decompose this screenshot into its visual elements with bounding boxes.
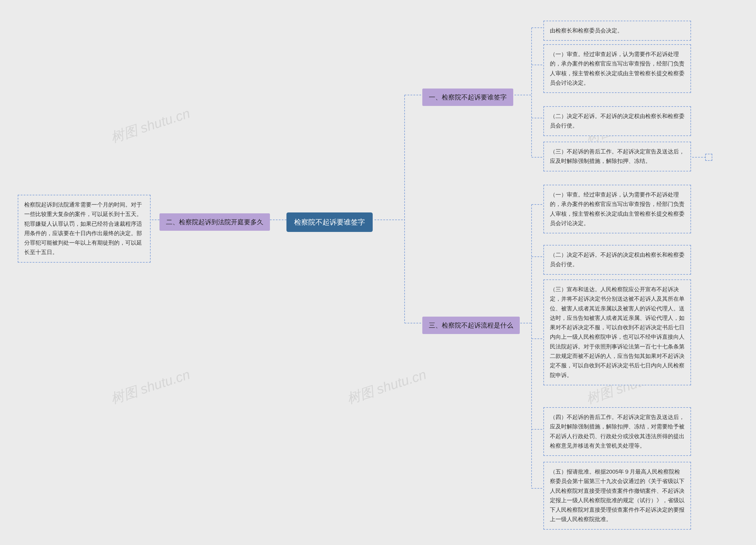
watermark: 树图 shutu.cn (345, 365, 428, 408)
leaf-b3-2[interactable]: （二）决定不起诉。不起诉的决定权由检察长和检察委员会行使。 (543, 245, 691, 275)
leaf-b3-3[interactable]: （三）宣布和送达。人民检察院应公开宣布不起诉决定，并将不起诉决定书分别送达被不起… (543, 279, 691, 385)
leaf-b1-1-text: 由检察长和检察委员会决定。 (550, 27, 623, 34)
branch-1-label: 一、检察院不起诉要谁签字 (429, 94, 507, 101)
branch-1[interactable]: 一、检察院不起诉要谁签字 (422, 89, 513, 106)
leaf-b3-2-text: （二）决定不起诉。不起诉的决定权由检察长和检察委员会行使。 (550, 252, 685, 267)
leaf-b3-4[interactable]: （四）不起诉的善后工作。不起诉决定宣告及送达后，应及时解除强制措施，解除扣押、冻… (543, 407, 691, 456)
stub-node[interactable] (705, 154, 712, 161)
branch-3[interactable]: 三、检察院不起诉流程是什么 (422, 316, 520, 334)
leaf-b3-4-text: （四）不起诉的善后工作。不起诉决定宣告及送达后，应及时解除强制措施，解除扣押、冻… (550, 414, 685, 449)
watermark: 树图 shutu.cn (108, 104, 192, 147)
leaf-b3-3-text: （三）宣布和送达。人民检察院应公开宣布不起诉决定，并将不起诉决定书分别送达被不起… (550, 286, 685, 378)
root-title: 检察院不起诉要谁签字 (294, 218, 365, 226)
leaf-b2-1[interactable]: 检察院起诉到法院通常需要一个月的时间。对于一些比较重大复杂的案件，可以延长到十五… (18, 195, 151, 263)
leaf-b3-1[interactable]: （一）审查。经过审查起诉，认为需要作不起诉处理的，承办案件的检察官应当写出审查报… (543, 185, 691, 234)
leaf-b1-2[interactable]: （一）审查。经过审查起诉，认为需要作不起诉处理的，承办案件的检察官应当写出审查报… (543, 44, 691, 93)
branch-2[interactable]: 二、检察院起诉到法院开庭要多久 (159, 213, 270, 231)
leaf-b1-4-text: （三）不起诉的善后工作。不起诉决定宣告及送达后，应及时解除强制措施，解除扣押、冻… (550, 149, 685, 164)
leaf-b1-1[interactable]: 由检察长和检察委员会决定。 (543, 21, 691, 41)
leaf-b3-5-text: （五）报请批准。根据2005年９月最高人民检察院检察委员会第十届第三十九次会议通… (550, 469, 685, 522)
leaf-b1-2-text: （一）审查。经过审查起诉，认为需要作不起诉处理的，承办案件的检察官应当写出审查报… (550, 51, 685, 86)
watermark: 树图 shutu.cn (108, 365, 192, 408)
leaf-b1-3[interactable]: （二）决定不起诉。不起诉的决定权由检察长和检察委员会行使。 (543, 106, 691, 136)
leaf-b3-5[interactable]: （五）报请批准。根据2005年９月最高人民检察院检察委员会第十届第三十九次会议通… (543, 462, 691, 530)
leaf-b3-1-text: （一）审查。经过审查起诉，认为需要作不起诉处理的，承办案件的检察官应当写出审查报… (550, 192, 685, 226)
leaf-b1-3-text: （二）决定不起诉。不起诉的决定权由检察长和检察委员会行使。 (550, 113, 685, 129)
leaf-b1-4[interactable]: （三）不起诉的善后工作。不起诉决定宣告及送达后，应及时解除强制措施，解除扣押、冻… (543, 142, 691, 172)
root-node[interactable]: 检察院不起诉要谁签字 (286, 213, 373, 232)
branch-3-label: 三、检察院不起诉流程是什么 (429, 321, 513, 329)
branch-2-label: 二、检察院起诉到法院开庭要多久 (166, 218, 263, 226)
mindmap-canvas: 树图 shutu.cn 树图 shutu.cn 树图 shutu.cn 树图 s… (0, 0, 756, 545)
leaf-b2-1-text: 检察院起诉到法院通常需要一个月的时间。对于一些比较重大复杂的案件，可以延长到十五… (24, 202, 142, 255)
